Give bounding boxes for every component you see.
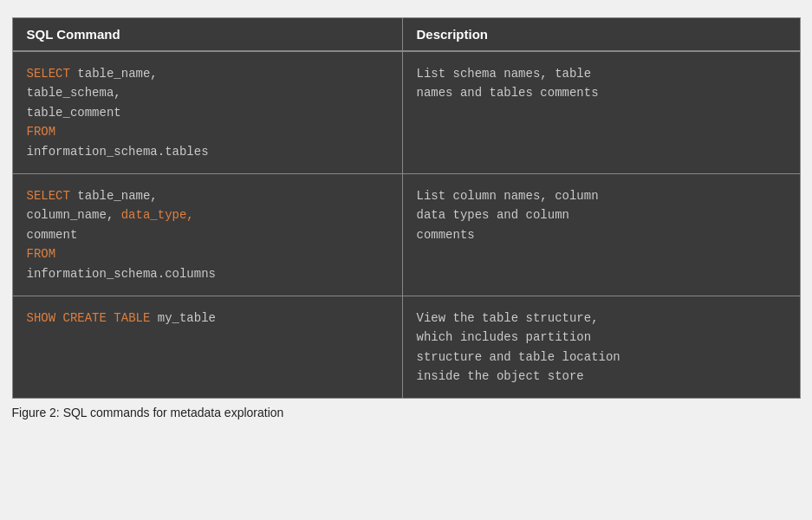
cell-code-3: SHOW CREATE TABLE my_table — [13, 296, 403, 399]
table-row: SELECT table_name, table_schema, table_c… — [13, 52, 800, 174]
code-text-2c: comment — [27, 228, 78, 242]
code-text-2a: table_name, — [70, 189, 158, 203]
kw-from-2: FROM — [27, 247, 56, 261]
code-text-1b: table_schema, — [27, 86, 121, 100]
kw-create-3: CREATE — [63, 311, 107, 325]
cell-code-2: SELECT table_name, column_name, data_typ… — [13, 174, 403, 296]
kw-datatype-2: data_type, — [121, 208, 194, 222]
cell-desc-2: List column names, columndata types and … — [403, 174, 800, 296]
kw-show-3: SHOW — [27, 311, 56, 325]
cell-code-1: SELECT table_name, table_schema, table_c… — [13, 52, 403, 173]
code-text-3c: my_table — [150, 311, 216, 325]
code-text-2b: column_name, — [27, 208, 121, 222]
table-header: SQL Command Description — [13, 18, 800, 52]
figure-caption: Figure 2: SQL commands for metadata expl… — [12, 406, 801, 419]
table-row: SHOW CREATE TABLE my_table View the tabl… — [13, 296, 800, 399]
code-text-3a — [55, 311, 62, 325]
kw-table-3: TABLE — [114, 311, 150, 325]
table-row: SELECT table_name, column_name, data_typ… — [13, 174, 800, 296]
header-col1: SQL Command — [13, 18, 403, 50]
page-wrapper: SQL Command Description SELECT table_nam… — [0, 0, 812, 520]
cell-desc-3: View the table structure,which includes … — [403, 296, 800, 399]
kw-from-1: FROM — [27, 125, 56, 139]
sql-table: SQL Command Description SELECT table_nam… — [12, 17, 801, 399]
code-text-1d: information_schema.tables — [27, 145, 209, 159]
code-text-1a: table_name, — [70, 67, 158, 81]
code-text-2d: information_schema.columns — [27, 267, 216, 281]
kw-select-1: SELECT — [27, 67, 70, 81]
cell-desc-1: List schema names, tablenames and tables… — [403, 52, 800, 173]
kw-select-2: SELECT — [27, 189, 70, 203]
code-text-1c: table_comment — [27, 106, 121, 120]
header-col2: Description — [403, 18, 800, 50]
